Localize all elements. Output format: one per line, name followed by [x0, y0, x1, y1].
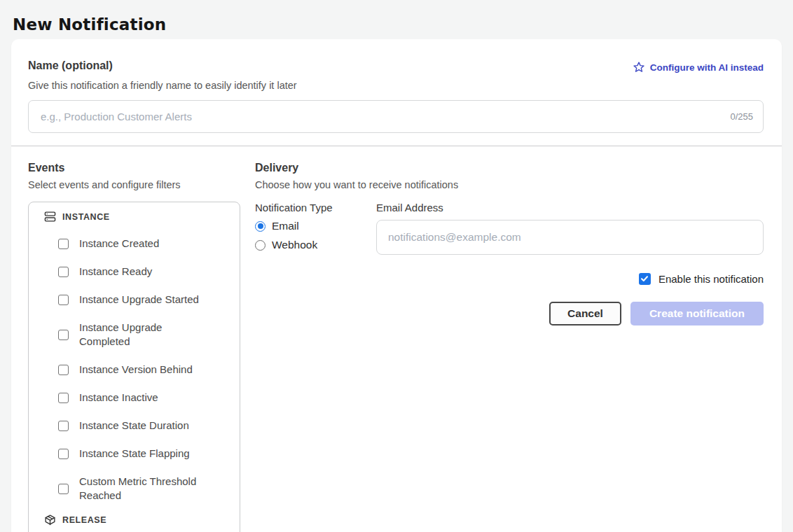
event-label: Instance Upgrade Started [79, 293, 209, 307]
form-actions: Cancel Create notification [255, 302, 764, 326]
notification-type-label: Notification Type [255, 202, 376, 214]
event-checkbox-item[interactable]: Instance Version Behind [58, 363, 233, 377]
event-label: Instance Version Behind [79, 363, 209, 377]
enable-label: Enable this notification [658, 273, 764, 285]
event-checkbox[interactable] [58, 393, 69, 403]
name-section-title: Name (optional) [28, 59, 113, 72]
event-label: Instance Inactive [79, 391, 209, 405]
event-checkbox-item[interactable]: Instance Created [58, 237, 233, 251]
checkmark-icon [640, 273, 649, 286]
events-list: INSTANCEInstance CreatedInstance ReadyIn… [28, 202, 240, 532]
page: New Notification Name (optional) Configu… [0, 0, 793, 532]
radio-webhook-label: Webhook [272, 239, 317, 251]
radio-webhook[interactable] [255, 240, 266, 251]
email-field-group: Email Address [376, 202, 764, 255]
radio-email-label: Email [272, 220, 299, 232]
email-input[interactable] [388, 231, 752, 244]
event-checkbox-item[interactable]: Custom Metric Threshold Reached [58, 475, 233, 503]
name-input-box: 0/255 [28, 100, 764, 133]
name-section-subtitle: Give this notification a friendly name t… [28, 80, 764, 91]
event-checkbox[interactable] [58, 365, 69, 375]
event-checkbox-item[interactable]: Instance Upgrade Started [58, 293, 233, 307]
server-icon [44, 211, 56, 223]
event-checkbox[interactable] [58, 421, 69, 431]
event-label: Custom Metric Threshold Reached [79, 475, 209, 503]
enable-notification-toggle[interactable]: Enable this notification [255, 273, 764, 285]
name-input[interactable] [41, 111, 723, 122]
events-section: Events Select events and configure filte… [28, 162, 240, 532]
event-checkbox-item[interactable]: Instance State Duration [58, 419, 233, 433]
event-checkbox-item[interactable]: Instance State Flapping [58, 447, 233, 461]
enable-checkbox[interactable] [639, 273, 651, 285]
package-icon [44, 514, 56, 526]
new-notification-card: Name (optional) Configure with AI instea… [11, 39, 782, 532]
radio-option-email[interactable]: Email [255, 220, 376, 232]
event-checkbox[interactable] [58, 295, 69, 305]
event-checkbox-item[interactable]: Instance Inactive [58, 391, 233, 405]
event-label: Instance State Duration [79, 419, 209, 433]
name-section: Name (optional) Configure with AI instea… [11, 39, 782, 146]
events-subtitle: Select events and configure filters [28, 179, 240, 190]
event-checkbox[interactable] [58, 239, 69, 249]
delivery-subtitle: Choose how you want to receive notificat… [255, 179, 764, 190]
event-checkbox-item[interactable]: Instance Upgrade Completed [58, 321, 233, 349]
event-checkbox[interactable] [58, 267, 69, 277]
event-checkbox[interactable] [58, 484, 69, 494]
event-checkbox-item[interactable]: Instance Ready [58, 265, 233, 279]
configure-with-ai-link[interactable]: Configure with AI instead [633, 61, 764, 74]
notification-type-group: Notification Type Email Webhook [255, 202, 376, 255]
event-label: Instance Created [79, 237, 209, 251]
radio-option-webhook[interactable]: Webhook [255, 239, 376, 251]
ai-link-label: Configure with AI instead [650, 62, 764, 73]
event-group-header-release: RELEASE [36, 514, 233, 526]
events-title: Events [28, 162, 240, 174]
cancel-button[interactable]: Cancel [549, 302, 621, 326]
event-checkbox[interactable] [58, 330, 69, 340]
delivery-section: Delivery Choose how you want to receive … [255, 162, 764, 532]
event-label: Instance State Flapping [79, 447, 209, 461]
event-checkbox[interactable] [58, 449, 69, 459]
email-address-label: Email Address [376, 202, 764, 214]
delivery-title: Delivery [255, 162, 764, 174]
event-group-header-instance: INSTANCE [36, 211, 233, 223]
event-group-label: INSTANCE [62, 212, 110, 222]
create-notification-button[interactable]: Create notification [630, 302, 764, 326]
email-input-box [376, 220, 764, 255]
event-label: Instance Upgrade Completed [79, 321, 209, 349]
radio-email[interactable] [255, 221, 266, 232]
star-icon [633, 61, 645, 74]
event-group-label: RELEASE [62, 515, 106, 525]
page-title: New Notification [11, 0, 782, 39]
event-label: Instance Ready [79, 265, 209, 279]
char-counter: 0/255 [723, 111, 753, 122]
